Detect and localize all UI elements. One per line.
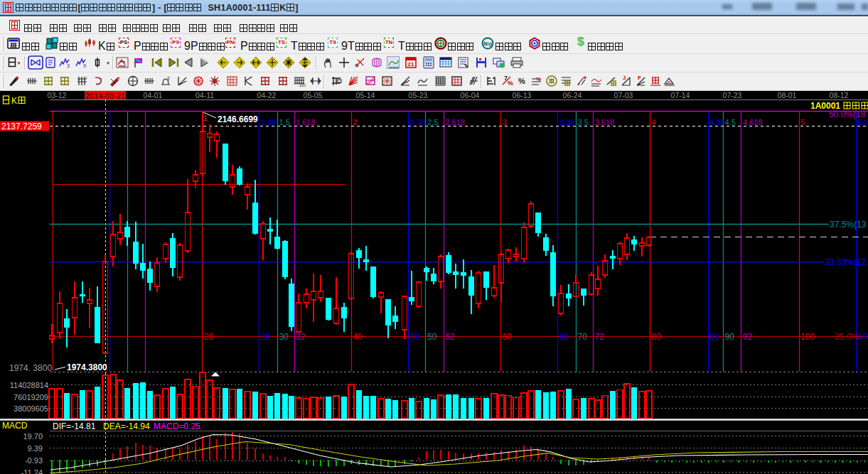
svg-text:03-12: 03-12: [48, 91, 67, 99]
svg-text:21: 21: [408, 61, 414, 68]
svg-text:%: %: [518, 77, 525, 85]
svg-text:05-05: 05-05: [304, 91, 323, 99]
svg-text:20: 20: [204, 332, 214, 342]
svg-text:F: F: [638, 75, 641, 81]
svg-text:06-04: 06-04: [461, 91, 480, 99]
svg-text:MACD: MACD: [2, 421, 28, 431]
svg-text:72: 72: [595, 332, 605, 342]
svg-text:05-14: 05-14: [356, 91, 375, 99]
svg-text:2014-03-21: 2014-03-21: [85, 92, 125, 100]
svg-text:-11.24: -11.24: [21, 468, 43, 474]
svg-text:Big: Big: [483, 41, 493, 47]
svg-text:DEA=-14.94: DEA=-14.94: [103, 421, 150, 431]
svg-text:-0.93: -0.93: [25, 456, 43, 465]
svg-text:2: 2: [353, 118, 357, 126]
svg-text:38009605: 38009605: [14, 404, 48, 413]
svg-text:70: 70: [578, 332, 588, 342]
svg-text:19.70: 19.70: [23, 432, 43, 441]
svg-text:3.38: 3.38: [559, 118, 574, 126]
svg-text:2146.6699: 2146.6699: [218, 114, 258, 124]
svg-text:1: 1: [203, 114, 208, 122]
svg-text:52: 52: [445, 332, 455, 342]
svg-text:76019209: 76019209: [14, 393, 48, 402]
svg-text:04-22: 04-22: [257, 91, 277, 99]
svg-text:2137.7259: 2137.7259: [1, 122, 42, 131]
svg-text:37.5%(13: 37.5%(13: [830, 220, 867, 230]
svg-text:3.618: 3.618: [595, 118, 615, 126]
svg-text:1.618: 1.618: [296, 118, 316, 126]
svg-text:123: 123: [299, 83, 306, 87]
svg-text:06-13: 06-13: [513, 91, 532, 99]
svg-text:K: K: [11, 96, 17, 106]
svg-text:08-01: 08-01: [778, 91, 797, 99]
svg-text:%: %: [536, 76, 541, 82]
svg-text:’: ’: [86, 76, 87, 81]
svg-text:1974. 3800: 1974. 3800: [9, 363, 52, 373]
svg-text:07-03: 07-03: [614, 91, 633, 99]
svg-text:9.39: 9.39: [28, 444, 43, 453]
svg-text:%: %: [508, 80, 513, 87]
svg-text:80: 80: [651, 332, 661, 342]
svg-text:50.0%(18: 50.0%(18: [829, 109, 866, 119]
svg-text:88: 88: [709, 332, 719, 342]
svg-text:3.5: 3.5: [578, 118, 589, 126]
svg-text:40: 40: [353, 332, 363, 342]
svg-text:48: 48: [410, 332, 420, 342]
svg-text:2.618: 2.618: [445, 118, 465, 126]
svg-text:32: 32: [296, 332, 306, 342]
svg-text:28: 28: [261, 332, 271, 342]
svg-text:108: 108: [858, 332, 868, 342]
svg-text:05-23: 05-23: [409, 91, 428, 99]
svg-text:4.38: 4.38: [709, 118, 724, 126]
svg-text:07-23: 07-23: [723, 91, 742, 99]
svg-text:4: 4: [651, 118, 655, 126]
svg-text:60: 60: [503, 332, 513, 342]
svg-text:90: 90: [725, 332, 735, 342]
svg-text:MACD=0.25: MACD=0.25: [154, 421, 200, 431]
svg-text:07-14: 07-14: [671, 91, 690, 99]
svg-text:04-01: 04-01: [144, 91, 163, 99]
svg-text:06-24: 06-24: [563, 91, 582, 99]
svg-text:68: 68: [559, 332, 569, 342]
svg-text:4.618: 4.618: [743, 118, 763, 126]
svg-text:7: 7: [504, 75, 508, 82]
svg-text:3: 3: [503, 118, 507, 126]
svg-text:2.5: 2.5: [427, 118, 438, 126]
svg-text:2: 2: [167, 76, 170, 81]
svg-text:5: 5: [800, 118, 805, 126]
svg-text:J: J: [623, 75, 626, 81]
svg-text:2.38: 2.38: [410, 118, 425, 126]
svg-text:100: 100: [800, 332, 815, 342]
svg-text:25.0%: 25.0%: [835, 332, 859, 342]
svg-text:92: 92: [743, 332, 753, 342]
svg-text:4.5: 4.5: [725, 118, 736, 126]
svg-text:3: 3: [67, 63, 70, 68]
svg-text:1.38: 1.38: [261, 118, 276, 126]
svg-text:9: 9: [83, 63, 86, 68]
svg-text:08-12: 08-12: [830, 91, 849, 99]
svg-text:30: 30: [279, 332, 289, 342]
svg-text:114028814: 114028814: [10, 381, 48, 389]
svg-text:’: ’: [251, 76, 252, 81]
svg-text:DIF=-14.81: DIF=-14.81: [53, 421, 96, 431]
svg-text:1974.3800: 1974.3800: [67, 362, 107, 372]
svg-text:33.33%(12: 33.33%(12: [825, 257, 866, 267]
svg-text:1.5: 1.5: [279, 118, 290, 126]
svg-text:50: 50: [427, 332, 437, 342]
svg-text:04-11: 04-11: [195, 91, 214, 99]
